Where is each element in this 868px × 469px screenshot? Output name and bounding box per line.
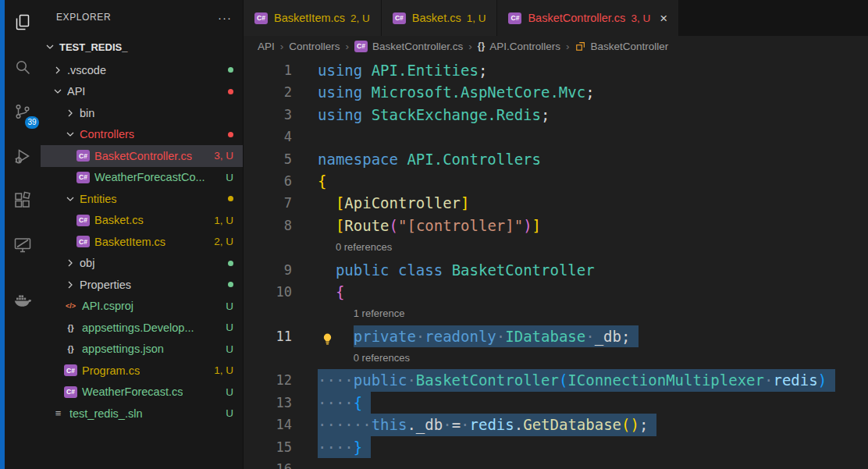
code-line-5[interactable]: 5namespace API.Controllers — [244, 148, 868, 170]
code-line-9[interactable]: 9 public class BasketController — [244, 259, 868, 281]
tree-item-weatherforecastco[interactable]: C#WeatherForecastCo...U — [41, 167, 243, 189]
remote-window-icon[interactable] — [5, 222, 41, 267]
editor-group: C#BasketItem.cs2, UC#Basket.cs1, UC#Bask… — [244, 0, 868, 469]
line-number[interactable]: 5 — [244, 148, 292, 170]
line-number[interactable]: 15 — [244, 436, 292, 458]
code-line-1[interactable]: 1using API.Entities; — [244, 59, 868, 81]
lightbulb-icon[interactable] — [321, 329, 335, 343]
code-text: ····{ — [318, 394, 371, 411]
csharp-file-icon: C# — [64, 364, 77, 376]
line-number[interactable]: 9 — [244, 259, 292, 281]
git-status-badge: U — [226, 322, 233, 333]
tab-basketcontroller-cs[interactable]: C#BasketController.cs3, U× — [497, 0, 679, 36]
codelens-label[interactable]: 0 references — [336, 241, 392, 253]
code-line-8[interactable]: 8 [Route("[controller]")] — [244, 215, 868, 236]
chevron-down-icon — [64, 128, 76, 140]
tree-item-basketcontroller-cs[interactable]: C#BasketController.cs3, U — [41, 145, 243, 167]
tree-item-basket-cs[interactable]: C#Basket.cs1, U — [41, 210, 243, 232]
explorer-icon[interactable] — [5, 0, 41, 44]
csharp-file-icon: C# — [76, 172, 90, 183]
codelens[interactable]: 0 references — [244, 347, 868, 369]
breadcrumb-item-api-controllers[interactable]: {}API.Controllers — [478, 41, 560, 52]
tree-item-obj[interactable]: obj — [41, 253, 243, 275]
code-line-12[interactable]: 12····public·BasketController(IConnectio… — [244, 369, 868, 391]
code-line-3[interactable]: 3using StackExchange.Redis; — [244, 104, 868, 126]
csharp-file-icon: C# — [76, 150, 90, 162]
tree-item-basketitem-cs[interactable]: C#BasketItem.cs2, U — [41, 231, 243, 253]
tree-item-api[interactable]: API — [41, 81, 243, 103]
tree-item-appsettings-develop[interactable]: {}appsettings.Develop...U — [41, 317, 243, 339]
line-number[interactable]: 2 — [244, 81, 292, 103]
breadcrumb-item-basketcontroller-cs[interactable]: C#BasketController.cs — [354, 41, 463, 52]
code-text: private·readonly·IDatabase·_db; — [318, 328, 639, 345]
run-debug-icon[interactable] — [5, 133, 41, 178]
breadcrumb-item-basketcontroller[interactable]: BasketController — [575, 41, 669, 52]
breadcrumb-separator: › — [280, 41, 284, 52]
tab-label: Basket.cs — [412, 12, 461, 24]
item-label: Entities — [80, 193, 117, 205]
extensions-icon[interactable] — [5, 178, 41, 222]
code-editor[interactable]: 1using API.Entities;2using Microsoft.Asp… — [244, 56, 868, 469]
code-line-16[interactable]: 16 — [244, 458, 868, 469]
breadcrumb-item-api[interactable]: API — [258, 41, 275, 52]
tree-item-bin[interactable]: bin — [41, 102, 243, 124]
search-icon[interactable] — [5, 44, 41, 89]
code-line-6[interactable]: 6{ — [244, 170, 868, 192]
line-number[interactable]: 14 — [244, 414, 292, 435]
line-number[interactable]: 13 — [244, 392, 292, 414]
line-number[interactable]: 11 — [244, 325, 292, 347]
tree-item-test-redis-sln[interactable]: ≡test_redis_.slnU — [41, 403, 243, 425]
tree-item-weatherforecast-cs[interactable]: C#WeatherForecast.csU — [41, 382, 243, 403]
line-number[interactable]: 6 — [244, 170, 292, 192]
tree-item-controllers[interactable]: Controllers — [41, 124, 243, 146]
code-text: { — [318, 172, 326, 190]
item-label: WeatherForecast.cs — [82, 386, 183, 398]
tree-root-test-redis[interactable]: TEST_REDIS_ — [41, 34, 243, 59]
chevron-right-icon — [52, 64, 64, 76]
tree-item-vscode[interactable]: .vscode — [41, 59, 243, 81]
tree-item-entities[interactable]: Entities — [41, 188, 243, 210]
code-line-15[interactable]: 15····} — [244, 436, 868, 458]
tab-bar: C#BasketItem.cs2, UC#Basket.cs1, UC#Bask… — [244, 0, 868, 36]
source-control-badge: 39 — [25, 116, 39, 129]
code-line-10[interactable]: 10 { — [244, 281, 868, 303]
code-line-7[interactable]: 7 [ApiController] — [244, 192, 868, 214]
code-text: { — [318, 283, 344, 300]
code-line-14[interactable]: 14······this._db·=·redis.GetDatabase(); — [244, 414, 868, 435]
breadcrumb-label: BasketController.cs — [372, 41, 463, 52]
code-line-2[interactable]: 2using Microsoft.AspNetCore.Mvc; — [244, 81, 868, 103]
code-line-11[interactable]: 11 private·readonly·IDatabase·_db; — [244, 325, 868, 347]
line-number[interactable]: 10 — [244, 281, 292, 303]
codelens[interactable]: 0 references — [244, 236, 868, 258]
line-number[interactable]: 8 — [244, 215, 292, 236]
csharp-file-icon: C# — [254, 12, 268, 24]
line-number[interactable]: 7 — [244, 192, 292, 214]
tab-label: BasketController.cs — [528, 12, 625, 24]
line-number[interactable]: 4 — [244, 126, 292, 147]
tab-basket-cs[interactable]: C#Basket.cs1, U — [382, 0, 498, 36]
item-label: Properties — [80, 279, 131, 291]
code-line-4[interactable]: 4 — [244, 126, 868, 147]
tree-item-api-csproj[interactable]: </>API.csprojU — [41, 296, 243, 318]
breadcrumb-item-controllers[interactable]: Controllers — [289, 41, 340, 52]
codelens-label[interactable]: 0 references — [354, 352, 410, 364]
namespace-icon: {} — [478, 41, 485, 52]
line-number[interactable]: 1 — [244, 59, 292, 81]
tree-item-appsettings-json[interactable]: {}appsettings.jsonU — [41, 339, 243, 361]
code-text: using API.Entities; — [318, 62, 487, 79]
codelens-label[interactable]: 1 reference — [354, 307, 405, 319]
tree-item-properties[interactable]: Properties — [41, 274, 243, 296]
item-label: API — [67, 85, 85, 98]
codelens[interactable]: 1 reference — [244, 303, 868, 325]
docker-icon[interactable] — [5, 278, 41, 322]
line-number[interactable]: 12 — [244, 369, 292, 391]
line-number[interactable]: 16 — [244, 458, 292, 469]
source-control-icon[interactable]: 39 — [5, 89, 41, 133]
line-number[interactable]: 3 — [244, 104, 292, 126]
code-line-13[interactable]: 13····{ — [244, 392, 868, 414]
tab-basketitem-cs[interactable]: C#BasketItem.cs2, U — [244, 0, 382, 36]
more-actions-icon[interactable]: ··· — [218, 11, 232, 24]
json-file-icon: {} — [64, 322, 77, 333]
close-tab-icon[interactable]: × — [660, 12, 667, 25]
tree-item-program-cs[interactable]: C#Program.cs1, U — [41, 360, 243, 382]
